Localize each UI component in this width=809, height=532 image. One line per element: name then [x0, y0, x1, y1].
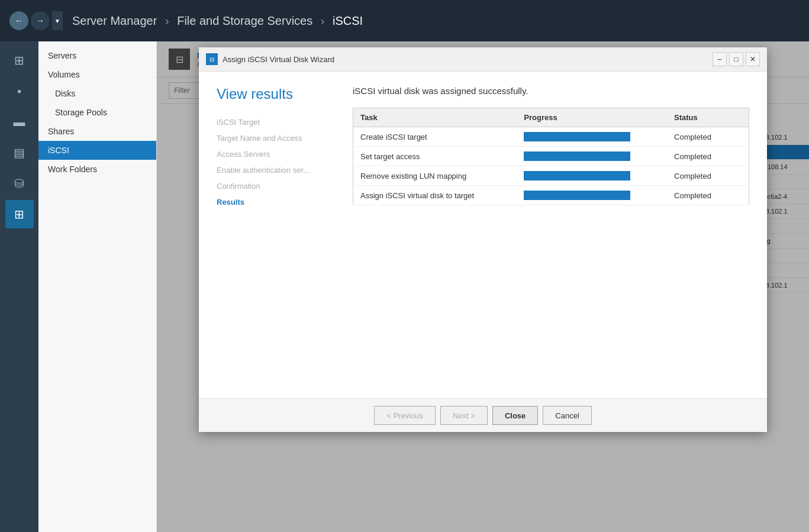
- sidebar-item-work-folders[interactable]: Work Folders: [38, 160, 156, 179]
- wizard-step-access-servers: Access Servers: [217, 146, 335, 162]
- wizard-steps-panel: View results iSCSI Target Target Name an…: [217, 86, 335, 384]
- progress-bar-fill: [524, 171, 630, 180]
- results-table-row: Assign iSCSI virtual disk to targetCompl…: [353, 186, 749, 205]
- progress-bar-fill: [524, 151, 630, 161]
- shares-icon[interactable]: ⛁: [5, 169, 34, 198]
- results-cell-status: Completed: [667, 166, 749, 186]
- progress-bar-fill: [524, 132, 630, 141]
- forward-button[interactable]: →: [31, 11, 50, 30]
- results-cell-progress: [517, 127, 667, 147]
- sidebar-item-iscsi[interactable]: iSCSI: [38, 141, 156, 160]
- sidebar-item-shares[interactable]: Shares: [38, 122, 156, 141]
- wizard-maximize-button[interactable]: □: [729, 52, 743, 66]
- results-table-row: Remove existing LUN mappingCompleted: [353, 166, 749, 186]
- breadcrumb: Server Manager › File and Storage Servic…: [72, 14, 363, 28]
- progress-bar-container: [524, 132, 630, 141]
- wizard-titlebar-controls: – □ ✕: [713, 52, 760, 66]
- wizard-title-text: Assign iSCSI Virtual Disk Wizard: [223, 55, 334, 64]
- wizard-previous-button[interactable]: < Previous: [374, 406, 436, 425]
- storage-icon[interactable]: ▤: [5, 138, 34, 167]
- wizard-success-message: iSCSI virtual disk was assigned successf…: [353, 86, 749, 96]
- wizard-titlebar-left: ⊟ Assign iSCSI Virtual Disk Wizard: [206, 53, 334, 65]
- wizard-dialog: ⊟ Assign iSCSI Virtual Disk Wizard – □ ✕…: [199, 47, 767, 432]
- results-cell-task: Set target access: [353, 147, 517, 166]
- wizard-step-results: Results: [217, 194, 335, 210]
- results-cell-progress: [517, 147, 667, 166]
- iscsi-icon[interactable]: ⊞: [5, 200, 34, 228]
- results-table: Task Progress Status Create iSCSI target…: [353, 108, 749, 205]
- main-layout: ⊞ ▪ ▬ ▤ ⛁ ⊞ Servers Volumes Disks Storag…: [0, 41, 809, 532]
- results-col-task: Task: [353, 108, 517, 127]
- servers-icon[interactable]: ▪: [5, 77, 34, 105]
- results-table-row: Set target accessCompleted: [353, 147, 749, 166]
- wizard-step-iscsi-target: iSCSI Target: [217, 114, 335, 130]
- wizard-footer: < Previous Next > Close Cancel: [199, 398, 767, 432]
- wizard-body: View results iSCSI Target Target Name an…: [199, 72, 767, 398]
- breadcrumb-fileservices: File and Storage Services: [177, 14, 312, 27]
- results-cell-status: Completed: [667, 186, 749, 205]
- wizard-title-icon: ⊟: [206, 53, 218, 65]
- sidebar-item-storage-pools[interactable]: Storage Pools: [38, 103, 156, 122]
- progress-bar-fill: [524, 191, 630, 200]
- results-cell-progress: [517, 166, 667, 186]
- dashboard-icon[interactable]: ⊞: [5, 46, 34, 75]
- wizard-minimize-button[interactable]: –: [713, 52, 727, 66]
- results-table-row: Create iSCSI targetCompleted: [353, 127, 749, 147]
- progress-bar-container: [524, 171, 630, 180]
- back-button[interactable]: ←: [9, 11, 28, 30]
- nav-controls: ← → ▼: [9, 11, 63, 30]
- results-cell-task: Remove existing LUN mapping: [353, 166, 517, 186]
- sidebar-item-disks[interactable]: Disks: [38, 84, 156, 103]
- wizard-overlay: ⊟ Assign iSCSI Virtual Disk Wizard – □ ✕…: [157, 41, 809, 532]
- wizard-step-auth: Enable authentication ser...: [217, 162, 335, 178]
- results-col-status: Status: [667, 108, 749, 127]
- progress-bar-container: [524, 191, 630, 200]
- wizard-content-panel: iSCSI virtual disk was assigned successf…: [353, 86, 749, 384]
- results-cell-task: Assign iSCSI virtual disk to target: [353, 186, 517, 205]
- volumes-icon[interactable]: ▬: [5, 108, 34, 136]
- wizard-cancel-button[interactable]: Cancel: [543, 406, 591, 425]
- wizard-close-action-button[interactable]: Close: [492, 406, 538, 425]
- wizard-next-button[interactable]: Next >: [440, 406, 488, 425]
- sidebar-item-servers[interactable]: Servers: [38, 46, 156, 65]
- results-cell-progress: [517, 186, 667, 205]
- breadcrumb-servermanager: Server Manager: [72, 14, 157, 27]
- sidebar: Servers Volumes Disks Storage Pools Shar…: [38, 41, 157, 532]
- title-bar: ← → ▼ Server Manager › File and Storage …: [0, 0, 809, 41]
- results-cell-status: Completed: [667, 147, 749, 166]
- breadcrumb-iscsi: iSCSI: [333, 14, 363, 27]
- icon-bar: ⊞ ▪ ▬ ▤ ⛁ ⊞: [0, 41, 38, 532]
- results-cell-status: Completed: [667, 127, 749, 147]
- wizard-steps-list: iSCSI Target Target Name and Access Acce…: [217, 114, 335, 210]
- wizard-step-target-name: Target Name and Access: [217, 130, 335, 146]
- wizard-heading: View results: [217, 86, 335, 102]
- results-cell-task: Create iSCSI target: [353, 127, 517, 147]
- nav-dropdown-button[interactable]: ▼: [52, 11, 63, 30]
- wizard-close-button[interactable]: ✕: [746, 52, 760, 66]
- content-area: ⊟ iSCSI VIRTUAL DISKS All iSCSI virtual …: [157, 41, 809, 532]
- progress-bar-container: [524, 151, 630, 161]
- wizard-titlebar: ⊟ Assign iSCSI Virtual Disk Wizard – □ ✕: [199, 47, 767, 72]
- results-col-progress: Progress: [517, 108, 667, 127]
- sidebar-item-volumes[interactable]: Volumes: [38, 65, 156, 84]
- wizard-step-confirmation: Confirmation: [217, 178, 335, 194]
